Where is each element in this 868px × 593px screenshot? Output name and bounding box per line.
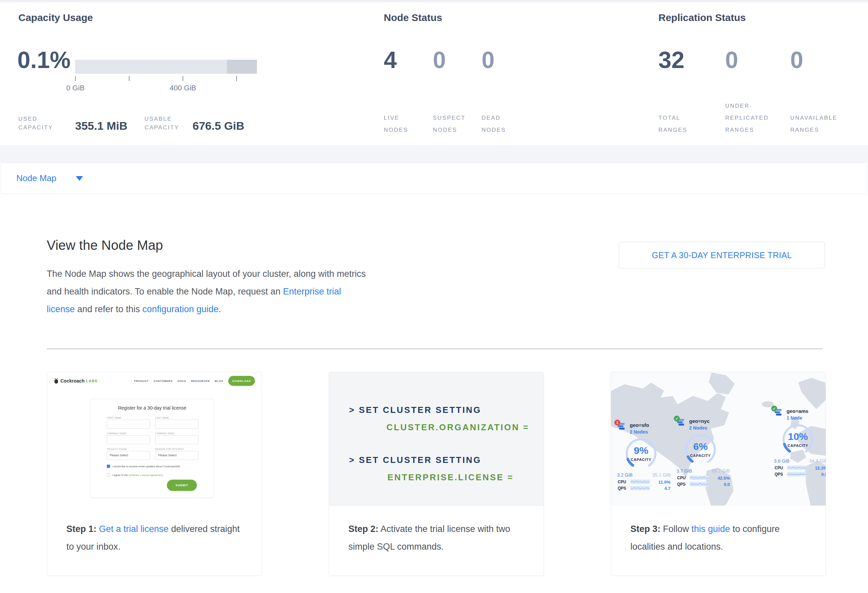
step1-text <box>96 524 99 534</box>
get-trial-license-link[interactable]: Get a trial license <box>99 524 169 534</box>
cockroach-icon <box>54 378 59 384</box>
used-capacity: 3.6 GiB <box>774 458 790 464</box>
nav-item-docs: DOCS <box>177 380 186 383</box>
capacity-percent: 10% <box>781 431 815 442</box>
suspect-nodes-label: SUSPECT NODES <box>433 112 465 136</box>
minisite-screenshot: Cockroach LABS PRODUCT CUSTOMERS DOCS RE… <box>47 372 262 506</box>
reason-select: Please Select <box>155 451 199 460</box>
total-ranges-count: 32 <box>658 47 685 73</box>
under-replicated-ranges-count: 0 <box>725 47 738 73</box>
email-updates-text: I would like to receive email updates ab… <box>112 465 180 468</box>
this-guide-link[interactable]: this guide <box>691 524 730 534</box>
checkbox-unchecked-icon <box>107 473 110 477</box>
used-capacity-value: 355.1 MiB <box>75 119 127 132</box>
locality-name: geo=sfo <box>630 422 649 428</box>
unavailable-ranges-label: UNAVAILABLE RANGES <box>790 112 837 136</box>
sql-set-cluster-setting-2: > SET CLUSTER SETTING <box>349 455 481 465</box>
sql-set-cluster-setting-1: > SET CLUSTER SETTING <box>349 405 481 415</box>
node-map-dropdown-label[interactable]: Node Map <box>16 173 56 184</box>
healthy-badge-icon: ✓ <box>674 416 680 422</box>
unavailable-ranges-count: 0 <box>790 47 803 73</box>
error-badge-icon: 1 <box>614 419 620 425</box>
cpu-value: 42.5% <box>717 475 730 481</box>
company-email-field <box>155 435 199 444</box>
company-email-label: COMPANY EMAIL <box>155 432 175 434</box>
project-phase-label: PROJECT PHASE <box>107 448 127 450</box>
suspect-nodes-count: 0 <box>433 47 446 73</box>
cpu-label: CPU <box>677 475 685 480</box>
page-title: View the Node Map <box>47 238 163 253</box>
capacity-bar <box>75 60 257 74</box>
capacity-percent: 9% <box>624 445 658 456</box>
step1-screenshot: Cockroach LABS PRODUCT CUSTOMERS DOCS RE… <box>47 372 262 506</box>
capacity-usage-title: Capacity Usage <box>18 12 93 24</box>
capacity-bar-nonusable-segment <box>227 60 257 74</box>
capacity-axis-tick <box>236 76 237 81</box>
get-enterprise-trial-button[interactable]: GET A 30-DAY ENTERPRISE TRIAL <box>619 242 825 268</box>
intro-text: and refer to this <box>75 304 143 314</box>
nav-item-product: PRODUCT <box>134 380 149 383</box>
checkbox-checked-icon <box>107 465 110 468</box>
node-map-promo-section: View the Node Map The Node Map shows the… <box>0 194 868 593</box>
qps-label: QPS <box>775 472 783 477</box>
qps-label: QPS <box>618 486 626 491</box>
nav-item-customers: CUSTOMERS <box>154 380 173 383</box>
locality-name: geo=nyc <box>689 418 710 424</box>
healthy-badge-icon: ✓ <box>771 406 777 412</box>
cpu-sparkline-icon <box>787 466 807 470</box>
step2-label: Step 2: <box>348 524 378 534</box>
capacity-axis-label-0: 0 GiB <box>55 84 96 93</box>
step2-sql-snippet: > SET CLUSTER SETTING CLUSTER.ORGANIZATI… <box>329 372 544 506</box>
total-capacity: 35.1 GiB <box>652 472 670 478</box>
cpu-label: CPU <box>775 466 783 470</box>
node-map-dropdown[interactable]: Node Map <box>1 162 867 194</box>
qps-value: 0.0 <box>821 472 826 477</box>
form-title: Register for a 30-day trial license <box>91 405 214 411</box>
nav-item-resources: RESOURCES <box>191 380 210 383</box>
intro-paragraph: The Node Map shows the geographical layo… <box>47 265 369 318</box>
step1-caption: Step 1: Get a trial license delivered st… <box>47 506 262 556</box>
qps-sparkline-icon <box>787 472 807 476</box>
capacity-label: CAPACITY <box>684 453 717 458</box>
total-ranges-label: TOTAL RANGES <box>658 112 688 136</box>
live-nodes-label: LIVE NODES <box>384 112 408 136</box>
company-name-label: COMPANY NAME <box>107 432 127 434</box>
qps-label: QPS <box>677 482 685 487</box>
used-capacity: 3.2 GiB <box>617 472 633 478</box>
last-name-field <box>155 419 199 428</box>
qps-value: 4.7 <box>664 486 670 491</box>
replication-status-title: Replication Status <box>658 12 746 24</box>
software-license-agreement-link: Software License Agreement. <box>128 474 164 477</box>
company-name-field <box>107 435 150 444</box>
capacity-axis-tick <box>183 76 183 81</box>
capacity-axis-label-400: 400 GiB <box>163 84 203 93</box>
step3-node-map-preview: 1 geo=sfo 2 Nodes 9% CAPA <box>611 372 826 506</box>
step3-caption: Step 3: Follow this guide to configure l… <box>611 506 826 556</box>
configuration-guide-link[interactable]: configuration guide <box>143 304 218 314</box>
last-name-label: LAST NAME <box>155 416 169 419</box>
step2-caption: Step 2: Activate the trial license with … <box>329 506 544 556</box>
cluster-overview-page: Capacity Usage 0.1% 0 GiB 400 GiB USED C… <box>0 0 868 593</box>
used-capacity-label: USED CAPACITY <box>18 115 53 132</box>
node-status-title: Node Status <box>384 12 442 24</box>
section-gap <box>0 146 868 162</box>
capacity-label: CAPACITY <box>624 458 658 462</box>
first-name-label: FIRST NAME <box>107 416 121 419</box>
sql-cluster-organization: CLUSTER.ORGANIZATION = <box>387 422 529 433</box>
license-agree-check-row: I agree to the Software License Agreemen… <box>107 473 164 477</box>
nav-item-blog: BLOG <box>215 380 223 383</box>
usable-capacity-label: USABLE CAPACITY <box>145 115 179 132</box>
live-nodes-count: 4 <box>384 47 397 73</box>
chevron-down-icon[interactable] <box>76 176 83 181</box>
cockroach-labs-logo: Cockroach LABS <box>54 378 97 384</box>
capacity-axis-tick <box>129 76 130 81</box>
license-agree-pre: I agree to the <box>112 474 128 477</box>
project-phase-select: Please Select <box>107 451 150 460</box>
locality-nodes: 2 Nodes <box>630 429 648 434</box>
minisite-nav: PRODUCT CUSTOMERS DOCS RESOURCES BLOG DO… <box>134 376 255 386</box>
qps-value: 0.0 <box>724 482 730 487</box>
capacity-percent: 6% <box>684 441 717 452</box>
capacity-label: CAPACITY <box>781 444 815 447</box>
usable-capacity-value: 676.5 GiB <box>193 119 244 132</box>
used-capacity: 3.7 GiB <box>676 468 692 474</box>
